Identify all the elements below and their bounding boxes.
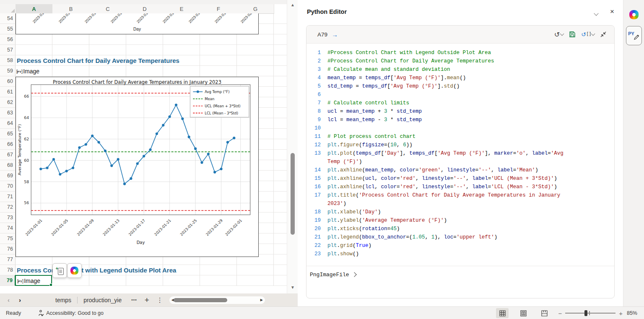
row-header-71[interactable]: 71	[0, 192, 16, 202]
row-header-64[interactable]: 64	[0, 118, 16, 129]
quick-analysis-button[interactable]: +	[52, 263, 67, 278]
add-sheet-button[interactable]: +	[141, 296, 153, 305]
row-header-67[interactable]: 67	[0, 150, 16, 160]
scroll-down-icon[interactable]: ▼	[287, 285, 298, 290]
code-line[interactable]: 14plt.axhline(mean_temp, color='green', …	[306, 166, 614, 174]
column-header-A[interactable]: A	[16, 4, 53, 14]
output-type[interactable]: PngImageFile	[310, 272, 349, 278]
expand-output-icon[interactable]	[352, 272, 356, 277]
panel-close-icon[interactable]: ×	[610, 8, 614, 16]
run-code-button[interactable]: ↺[ ]	[581, 31, 595, 38]
row-header-72[interactable]: 72	[0, 202, 16, 213]
code-line[interactable]: 8ucl = mean_temp + 3 * std_temp	[306, 107, 614, 116]
horizontal-scrollbar[interactable]: ◀ ▶	[169, 296, 265, 304]
vertical-scrollbar-thumb[interactable]	[291, 153, 295, 235]
row-header-70[interactable]: 70	[0, 181, 16, 192]
scroll-right-icon[interactable]: ▶	[260, 298, 263, 302]
prev-sheet-icon[interactable]: ‹	[8, 296, 10, 303]
copilot-icon[interactable]	[629, 10, 639, 19]
undo-button[interactable]: ↺	[554, 31, 564, 39]
python-editor-rail-button[interactable]: PY	[626, 26, 642, 45]
zoom-out-button[interactable]: −	[558, 310, 562, 317]
zoom-level[interactable]: 85%	[627, 310, 637, 316]
save-button[interactable]	[569, 31, 576, 38]
sheet-tab-production-yield[interactable]: production_yie	[78, 293, 127, 306]
row-header-73[interactable]: 73	[0, 213, 16, 223]
row-header-63[interactable]: 63	[0, 108, 16, 118]
code-line[interactable]: 3# Calculate mean and standard deviation	[306, 65, 614, 74]
heading-row78[interactable]: Process Control Chart with Legend Outsid…	[17, 265, 176, 275]
accessibility-status[interactable]: Accessibility: Good to go	[38, 310, 104, 316]
row-header-61[interactable]: 61	[0, 87, 16, 97]
row-header-76[interactable]: 76	[0, 244, 16, 254]
row-header-55[interactable]: 55	[0, 24, 16, 34]
row-header-79[interactable]: 79	[0, 275, 16, 286]
row-header-65[interactable]: 65	[0, 129, 16, 139]
column-header-D[interactable]: D	[126, 4, 164, 14]
row-header-68[interactable]: 68	[0, 160, 16, 171]
embedded-chart-image-top[interactable]: 2023-012023-012023-012023-012023-012023-…	[16, 13, 259, 34]
row-header-57[interactable]: 57	[0, 45, 16, 55]
embedded-chart-image[interactable]: Process Control Chart for Daily Average …	[16, 77, 259, 257]
scroll-up-icon[interactable]: ▲	[287, 3, 298, 7]
collapse-editor-button[interactable]	[600, 31, 607, 38]
code-line[interactable]: 16plt.axhline(lcl, color='red', linestyl…	[306, 183, 614, 191]
row-header-75[interactable]: 75	[0, 233, 16, 244]
code-line[interactable]: 17plt.title('Process Control Chart for D…	[306, 191, 614, 200]
copilot-cell-button[interactable]	[67, 263, 82, 278]
row-header-54[interactable]: 54	[0, 13, 16, 24]
code-line[interactable]: 1#Process Control Chart with Legend Outs…	[306, 49, 614, 57]
sheet-overflow-button[interactable]: •••	[127, 298, 141, 302]
code-line[interactable]: 7# Calculate control limits	[306, 99, 614, 107]
row-header-78[interactable]: 78	[0, 265, 16, 275]
zoom-slider[interactable]	[565, 313, 615, 314]
row-header-59[interactable]: 59	[0, 66, 16, 76]
output-footer[interactable]: PngImageFile	[306, 266, 614, 283]
cell-reference[interactable]: A79	[317, 31, 327, 38]
code-line[interactable]: 22plt.grid(True)	[306, 241, 614, 250]
horizontal-scrollbar-thumb[interactable]	[174, 298, 227, 302]
sheet-tab-temps[interactable]: temps	[49, 293, 77, 306]
code-line[interactable]: 19plt.ylabel('Average Temperature (°F)')	[306, 216, 614, 225]
row-header-56[interactable]: 56	[0, 34, 16, 45]
next-sheet-icon[interactable]: ›	[19, 296, 21, 303]
code-line[interactable]: 2023')	[306, 200, 614, 208]
select-all-corner[interactable]	[0, 4, 16, 14]
code-line[interactable]: 4mean_temp = temps_df['Avg Temp (°F)'].m…	[306, 74, 614, 82]
row-header-74[interactable]: 74	[0, 223, 16, 233]
py-image-cell-59[interactable]: [PY]Image	[16, 66, 39, 76]
column-header-B[interactable]: B	[52, 4, 90, 14]
row-header-58[interactable]: 58	[0, 55, 16, 66]
code-line[interactable]: 15plt.axhline(ucl, color='red', linestyl…	[306, 174, 614, 183]
row-header-60[interactable]: 60	[0, 76, 16, 87]
panel-collapse-icon[interactable]	[595, 9, 598, 17]
code-line[interactable]: 23plt.show()	[306, 250, 614, 258]
code-line[interactable]: 20plt.xticks(rotation=45)	[306, 225, 614, 233]
heading-row58[interactable]: Process Control Chart for Daily Average …	[17, 55, 179, 66]
code-line[interactable]: 21plt.legend(bbox_to_anchor=(1.05, 1), l…	[306, 233, 614, 241]
normal-view-button[interactable]	[496, 308, 509, 318]
vertical-scrollbar[interactable]: ▲ ▼	[287, 0, 298, 293]
code-line[interactable]: 13plt.plot(temps_df['Day'], temps_df['Av…	[306, 149, 614, 158]
column-header-G[interactable]: G	[237, 4, 274, 14]
row-header-69[interactable]: 69	[0, 171, 16, 181]
code-line[interactable]: 5std_temp = temps_df['Avg Temp (°F)'].st…	[306, 82, 614, 91]
code-line[interactable]: 18plt.xlabel('Day')	[306, 208, 614, 216]
code-line[interactable]: Temp (°F)')	[306, 158, 614, 166]
page-layout-view-button[interactable]	[517, 308, 530, 318]
code-line[interactable]: 6	[306, 91, 614, 99]
column-header-C[interactable]: C	[89, 4, 127, 14]
code-line[interactable]: 9lcl = mean_temp - 3 * std_temp	[306, 116, 614, 124]
code-line[interactable]: 11# Plot process control chart	[306, 132, 614, 141]
code-line[interactable]: 10	[306, 124, 614, 132]
code-editor[interactable]: 1#Process Control Chart with Legend Outs…	[306, 44, 614, 266]
row-header-62[interactable]: 62	[0, 97, 16, 108]
sheet-menu-button[interactable]: ⋮	[153, 296, 167, 304]
row-header-66[interactable]: 66	[0, 139, 16, 150]
row-header-77[interactable]: 77	[0, 254, 16, 265]
goto-cell-arrow-icon[interactable]: →	[332, 31, 338, 38]
zoom-in-button[interactable]: +	[619, 310, 623, 317]
page-break-view-button[interactable]	[538, 308, 551, 318]
column-header-F[interactable]: F	[200, 4, 237, 14]
column-header-E[interactable]: E	[163, 4, 200, 14]
